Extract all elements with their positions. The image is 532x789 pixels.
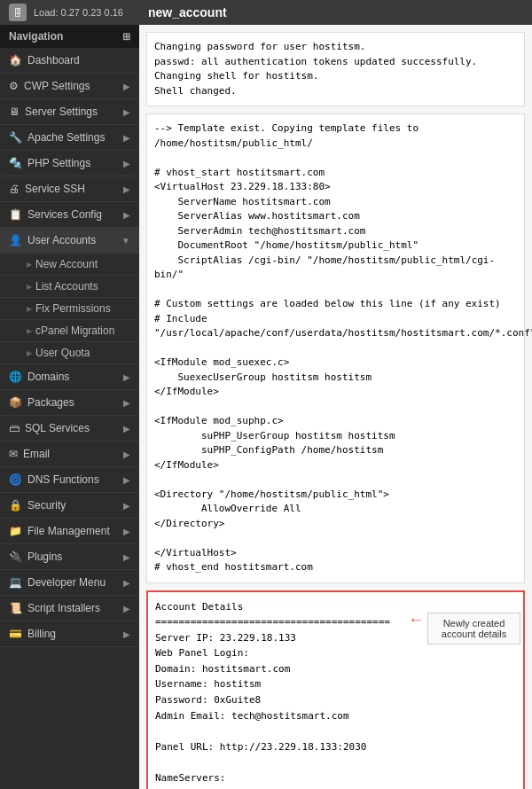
sidebar-nav-header: Navigation ⊞ (0, 25, 139, 48)
chevron-right-icon: ▶ (123, 475, 130, 485)
sidebar-item-billing[interactable]: 💳 Billing ▶ (0, 621, 139, 647)
grid-icon[interactable]: ⊞ (122, 31, 130, 43)
security-icon: 🔒 (9, 499, 22, 512)
config-icon: 📋 (9, 208, 22, 221)
sidebar-item-label: User Accounts (27, 234, 96, 246)
sidebar-item-dashboard[interactable]: 🏠 Dashboard (0, 48, 139, 74)
sidebar-subitem-list-accounts[interactable]: ▶ List Accounts (0, 276, 139, 298)
cwp-icon: ⚙ (9, 80, 19, 92)
file-icon: 📁 (9, 525, 22, 537)
bullet-icon: ▶ (27, 327, 32, 335)
bullet-icon: ▶ (27, 283, 32, 291)
sidebar-item-label: Script Installers (27, 602, 100, 614)
sidebar-item-packages[interactable]: 📦 Packages ▶ (0, 390, 139, 416)
sidebar-subitem-fix-permissions[interactable]: ▶ Fix Permissions (0, 298, 139, 320)
chevron-right-icon: ▶ (123, 527, 130, 536)
sidebar-item-apache-settings[interactable]: 🔧 Apache Settings ▶ (0, 125, 139, 151)
sql-icon: 🗃 (9, 422, 20, 434)
sidebar-item-sql-services[interactable]: 🗃 SQL Services ▶ (0, 416, 139, 441)
sidebar: Navigation ⊞ 🏠 Dashboard ⚙ CWP Settings … (0, 25, 139, 789)
log-block-2: --> Template exist. Copying template fil… (146, 113, 525, 583)
sidebar-item-user-accounts[interactable]: 👤 User Accounts ▼ (0, 228, 139, 254)
chevron-right-icon: ▶ (123, 133, 130, 143)
sidebar-item-label: Plugins (27, 551, 62, 563)
chevron-right-icon: ▶ (123, 578, 130, 588)
home-icon: 🏠 (9, 54, 22, 66)
sidebar-item-label: Security (27, 499, 66, 512)
sidebar-item-plugins[interactable]: 🔌 Plugins ▶ (0, 544, 139, 570)
subitem-label: User Quota (35, 347, 90, 359)
server-icon: 🖥 (9, 105, 20, 118)
dns-icon: 🌀 (9, 473, 22, 486)
sidebar-item-label: SQL Services (25, 422, 90, 434)
dev-icon: 💻 (9, 576, 22, 589)
chevron-right-icon: ▶ (123, 604, 130, 613)
top-bar: 🗄 Load: 0.27 0.23 0.16 new_account (0, 0, 532, 25)
bullet-icon: ▶ (27, 261, 32, 269)
bullet-icon: ▶ (27, 305, 32, 313)
red-arrow-icon: ← (408, 611, 424, 629)
subitem-label: cPanel Migration (35, 324, 114, 337)
subitem-label: List Accounts (35, 280, 98, 293)
sidebar-item-server-settings[interactable]: 🖥 Server Settings ▶ (0, 99, 139, 125)
sidebar-item-script-installers[interactable]: 📜 Script Installers ▶ (0, 596, 139, 621)
chevron-right-icon: ▶ (123, 184, 130, 194)
user-icon: 👤 (9, 234, 22, 246)
sidebar-item-developer-menu[interactable]: 💻 Developer Menu ▶ (0, 570, 139, 596)
sidebar-item-label: Apache Settings (27, 131, 105, 144)
billing-icon: 💳 (9, 628, 22, 640)
chevron-right-icon: ▶ (123, 82, 130, 91)
chevron-right-icon: ▶ (123, 424, 130, 434)
sidebar-item-label: DNS Functions (27, 473, 99, 486)
sidebar-item-label: Dashboard (27, 54, 80, 66)
package-icon: 📦 (9, 396, 22, 409)
sidebar-item-security[interactable]: 🔒 Security ▶ (0, 493, 139, 519)
chevron-right-icon: ▶ (123, 449, 130, 459)
account-details-container: Account Details ========================… (146, 590, 525, 790)
subitem-label: New Account (35, 258, 98, 270)
chevron-right-icon: ▶ (123, 372, 130, 382)
chevron-right-icon: ▶ (123, 210, 130, 220)
log-block-1: Changing password for user hostitsm. pas… (146, 32, 525, 106)
sidebar-item-label: PHP Settings (27, 157, 90, 169)
chevron-right-icon: ▶ (123, 629, 130, 639)
chevron-down-icon: ▼ (121, 236, 130, 246)
chevron-right-icon: ▶ (123, 398, 130, 408)
sidebar-item-label: File Management (27, 525, 110, 537)
main-content: Changing password for user hostitsm. pas… (139, 25, 532, 789)
page-title: new_account (148, 5, 227, 20)
script-icon: 📜 (9, 602, 22, 614)
sidebar-item-file-management[interactable]: 📁 File Management ▶ (0, 519, 139, 544)
sidebar-item-domains[interactable]: 🌐 Domains ▶ (0, 364, 139, 390)
sidebar-item-label: Packages (27, 396, 74, 409)
sidebar-item-dns-functions[interactable]: 🌀 DNS Functions ▶ (0, 467, 139, 493)
sidebar-item-cwp-settings[interactable]: ⚙ CWP Settings ▶ (0, 74, 139, 99)
chevron-right-icon: ▶ (123, 552, 130, 562)
email-icon: ✉ (9, 448, 18, 460)
load-label: Load: 0.27 0.23 0.16 (34, 7, 123, 18)
domain-icon: 🌐 (9, 371, 22, 383)
sidebar-item-label: Email (23, 448, 50, 460)
sidebar-item-email[interactable]: ✉ Email ▶ (0, 441, 139, 467)
sidebar-subitem-cpanel-migration[interactable]: ▶ cPanel Migration (0, 320, 139, 342)
plugin-icon: 🔌 (9, 551, 22, 563)
sidebar-item-services-config[interactable]: 📋 Services Config ▶ (0, 202, 139, 228)
chevron-right-icon: ▶ (123, 501, 130, 511)
subitem-label: Fix Permissions (35, 302, 111, 315)
ssh-icon: 🖨 (9, 183, 20, 195)
sidebar-subitem-new-account[interactable]: ▶ New Account (0, 254, 139, 276)
account-callout: Newly created account details (427, 613, 520, 644)
sidebar-item-label: Developer Menu (27, 576, 106, 589)
sidebar-subitem-user-quota[interactable]: ▶ User Quota (0, 342, 139, 364)
sidebar-item-php-settings[interactable]: 🔩 PHP Settings ▶ (0, 151, 139, 176)
sidebar-item-label: Billing (27, 628, 56, 640)
sidebar-item-service-ssh[interactable]: 🖨 Service SSH ▶ (0, 176, 139, 202)
chevron-right-icon: ▶ (123, 107, 130, 117)
apache-icon: 🔧 (9, 131, 22, 144)
sidebar-item-label: Services Config (27, 208, 102, 221)
sidebar-nav-label: Navigation (9, 30, 63, 43)
sidebar-item-label: Domains (27, 371, 69, 383)
bullet-icon: ▶ (27, 349, 32, 357)
db-icon: 🗄 (9, 4, 27, 21)
php-icon: 🔩 (9, 157, 22, 169)
